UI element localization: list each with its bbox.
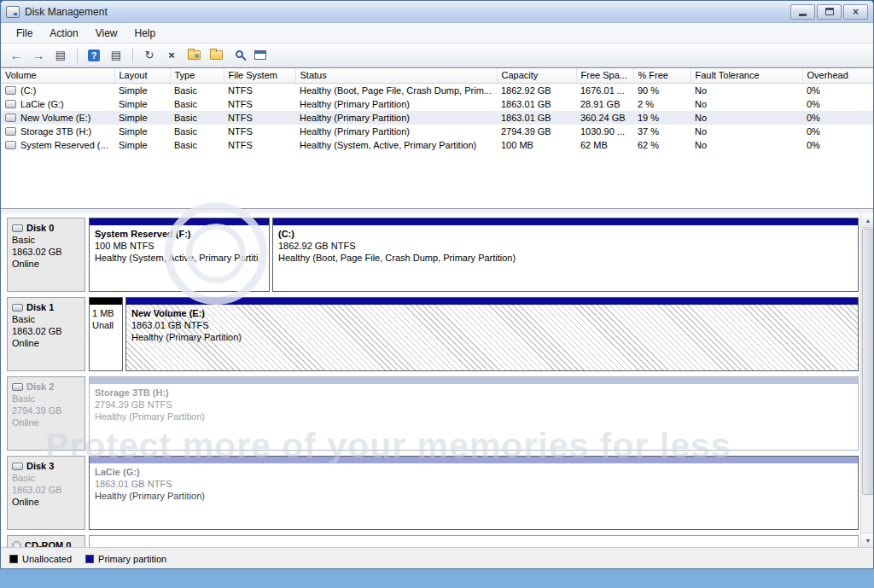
- scrollbar-thumb[interactable]: [862, 229, 874, 495]
- cell-layout: Simple: [114, 111, 170, 125]
- open-button[interactable]: [206, 46, 226, 65]
- close-button[interactable]: ×: [843, 4, 868, 20]
- partition-lacie-g[interactable]: LaCie (G:) 1863.01 GB NTFS Healthy (Prim…: [89, 456, 859, 530]
- volume-row-c[interactable]: (C:) Simple Basic NTFS Healthy (Boot, Pa…: [1, 84, 874, 97]
- cell-status: Healthy (Primary Partition): [295, 97, 497, 111]
- column-header-file-system[interactable]: File System: [224, 68, 295, 84]
- volume-list-pane: Volume Layout Type File System Status Ca…: [1, 67, 874, 209]
- disk-row-0: Disk 0 Basic 1863.02 GB Online System Re…: [7, 218, 859, 292]
- disk-size: 2794.39 GB: [12, 405, 80, 416]
- cdrom-media-area[interactable]: [89, 535, 859, 547]
- primary-partition-color-bar: [90, 377, 858, 384]
- disk-name: Disk 1: [26, 301, 54, 313]
- disk-type: Basic: [12, 393, 80, 405]
- cell-capacity: 1862.92 GB: [497, 84, 576, 97]
- partition-storage-3tb-h[interactable]: Storage 3TB (H:) 2794.39 GB NTFS Healthy…: [89, 376, 859, 451]
- partition-size: 100 MB NTFS: [95, 240, 264, 252]
- menu-item-help[interactable]: Help: [126, 25, 165, 42]
- disk-1-info[interactable]: Disk 1 Basic 1863.02 GB Online: [7, 297, 85, 371]
- partition-c[interactable]: (C:) 1862.92 GB NTFS Healthy (Boot, Page…: [272, 218, 859, 292]
- cell-file-system: NTFS: [224, 138, 295, 152]
- disk-3-info[interactable]: Disk 3 Basic 1863.02 GB Online: [7, 456, 85, 530]
- cdrom-0-info[interactable]: CD-ROM 0: [7, 535, 85, 547]
- refresh-button[interactable]: ↻: [139, 46, 160, 65]
- title-bar[interactable]: Disk Management ×: [1, 1, 873, 23]
- volume-row-new-volume[interactable]: New Volume (E:) Simple Basic NTFS Health…: [1, 111, 874, 125]
- partition-new-volume-e[interactable]: New Volume (E:) 1863.01 GB NTFS Healthy …: [125, 297, 859, 371]
- primary-partition-swatch: [85, 555, 94, 563]
- disk-type: Basic: [12, 313, 80, 325]
- console-tree-button[interactable]: ▤: [50, 46, 71, 65]
- column-header-fault-tolerance[interactable]: Fault Tolerance: [690, 68, 802, 84]
- drive-icon: [5, 100, 16, 108]
- refresh-icon: ↻: [145, 49, 154, 61]
- volume-row-storage-3tb[interactable]: Storage 3TB (H:) Simple Basic NTFS Healt…: [1, 125, 874, 138]
- legend-label: Unallocated: [22, 554, 72, 564]
- disk-row-1: Disk 1 Basic 1863.02 GB Online 1 MB Unal…: [7, 297, 859, 371]
- menu-item-action[interactable]: Action: [41, 25, 86, 42]
- column-header-layout[interactable]: Layout: [114, 68, 170, 84]
- disk-status: Online: [12, 337, 80, 349]
- disk-icon: [12, 383, 23, 391]
- action-pane-button[interactable]: ▤: [106, 46, 126, 65]
- column-header-status[interactable]: Status: [295, 68, 497, 84]
- cell-layout: Simple: [114, 97, 170, 111]
- help-button[interactable]: ?: [84, 46, 104, 65]
- cell-volume: Storage 3TB (H:): [1, 125, 114, 138]
- disk-row-cdrom: CD-ROM 0: [7, 535, 859, 547]
- minimize-button[interactable]: [790, 4, 815, 20]
- disk-graphical-pane: Disk 0 Basic 1863.02 GB Online System Re…: [1, 213, 874, 547]
- cell-free-space: 1030.90 ...: [576, 125, 633, 138]
- column-header-pct-free[interactable]: % Free: [633, 68, 690, 84]
- action-pane-icon: ▤: [111, 49, 121, 61]
- column-header-type[interactable]: Type: [170, 68, 224, 84]
- toolbar-separator: [132, 48, 133, 63]
- properties-icon: [188, 50, 201, 60]
- disk-management-window: Disk Management × File Action View Help …: [0, 0, 874, 569]
- maximize-button[interactable]: [817, 4, 842, 20]
- cell-layout: Simple: [114, 138, 170, 152]
- menu-bar: File Action View Help: [1, 23, 873, 44]
- legend-item-unallocated: Unallocated: [9, 554, 72, 564]
- help-icon: ?: [88, 49, 100, 61]
- menu-item-file[interactable]: File: [8, 25, 41, 42]
- delete-volume-button[interactable]: ×: [161, 46, 182, 65]
- drive-icon: [5, 141, 16, 149]
- table-header-row: Volume Layout Type File System Status Ca…: [1, 68, 874, 84]
- vertical-scrollbar[interactable]: ▲ ▼: [860, 213, 874, 547]
- forward-button[interactable]: →: [28, 46, 49, 65]
- cell-volume: (C:): [1, 84, 114, 97]
- cell-fault-tolerance: No: [690, 111, 802, 125]
- disk-0-info[interactable]: Disk 0 Basic 1863.02 GB Online: [7, 218, 85, 292]
- cell-pct-free: 19 %: [633, 111, 690, 125]
- column-header-free-space[interactable]: Free Spa...: [576, 68, 633, 84]
- partition-title: Storage 3TB (H:): [95, 387, 853, 399]
- partition-system-reserved-f[interactable]: System Reserved (F:) 100 MB NTFS Healthy…: [89, 218, 270, 292]
- partition-title: LaCie (G:): [95, 466, 853, 478]
- disk-rows-container: Disk 0 Basic 1863.02 GB Online System Re…: [1, 213, 860, 547]
- legend-item-primary-partition: Primary partition: [85, 554, 166, 564]
- cell-volume: New Volume (E:): [1, 111, 114, 125]
- partition-unallocated[interactable]: 1 MB Unall: [89, 297, 123, 371]
- volume-row-system-reserved[interactable]: System Reserved (... Simple Basic NTFS H…: [1, 138, 874, 152]
- cell-free-space: 360.24 GB: [576, 111, 633, 125]
- volume-row-lacie[interactable]: LaCie (G:) Simple Basic NTFS Healthy (Pr…: [1, 97, 874, 111]
- console-tree-icon: ▤: [55, 49, 66, 61]
- column-header-overhead[interactable]: Overhead: [802, 68, 874, 84]
- column-header-volume[interactable]: Volume: [1, 68, 114, 84]
- column-header-capacity[interactable]: Capacity: [497, 68, 576, 84]
- minimize-icon: [799, 14, 807, 16]
- partition-size: 2794.39 GB NTFS: [95, 399, 853, 410]
- cell-status: Healthy (Primary Partition): [295, 125, 497, 138]
- back-button[interactable]: ←: [6, 46, 26, 65]
- partition-status: Unall: [92, 319, 119, 331]
- properties-button[interactable]: [184, 46, 204, 65]
- find-button[interactable]: [228, 46, 248, 65]
- manage-button[interactable]: [250, 46, 271, 65]
- scroll-down-button[interactable]: ▼: [861, 533, 874, 547]
- open-icon: [210, 50, 223, 60]
- cell-fault-tolerance: No: [690, 125, 802, 138]
- menu-item-view[interactable]: View: [87, 25, 126, 42]
- scroll-up-button[interactable]: ▲: [861, 213, 874, 228]
- disk-2-info[interactable]: Disk 2 Basic 2794.39 GB Online: [7, 376, 85, 451]
